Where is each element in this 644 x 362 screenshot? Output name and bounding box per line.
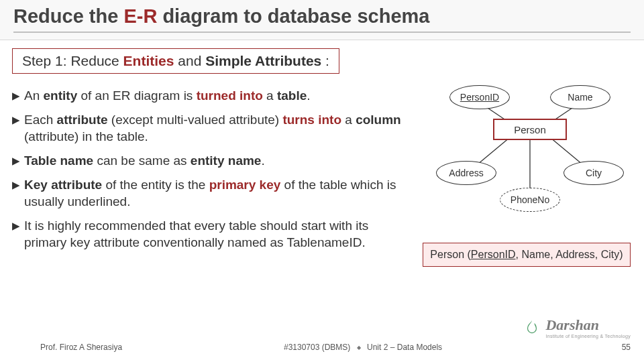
er-diagram: PersonID Name Person Address City PhoneN… xyxy=(429,77,631,231)
bullet-arrow-icon: ▶ xyxy=(12,219,20,251)
institute-logo: Darshan Institute of Engineering & Techn… xyxy=(523,316,631,339)
schema-pk: PersonID xyxy=(471,249,516,260)
step-suffix: : xyxy=(321,53,329,68)
bullet-item: ▶ Table name can be same as entity name. xyxy=(12,152,401,170)
bullet-item: ▶ Key attribute of the entity is the pri… xyxy=(12,176,401,210)
title-divider xyxy=(0,40,644,40)
er-entity-person: Person xyxy=(493,119,567,140)
step-prefix: Step 1: Reduce xyxy=(22,53,123,68)
step-word1: Entities xyxy=(123,53,174,68)
schema-table: Person xyxy=(430,249,464,260)
er-attr-phoneno: PhoneNo xyxy=(500,188,560,212)
diamond-separator-icon xyxy=(353,343,365,352)
footer-center: #3130703 (DBMS) Unit 2 – Data Models xyxy=(122,343,604,352)
er-attr-city: City xyxy=(564,161,624,185)
bullet-arrow-icon: ▶ xyxy=(12,89,20,105)
bullet-item: ▶ Each attribute (except multi-valued at… xyxy=(12,111,401,145)
step-heading-box: Step 1: Reduce Entities and Simple Attri… xyxy=(12,48,339,74)
bullet-list: ▶ An entity of an ER diagram is turned i… xyxy=(12,87,401,258)
title-post: diagram to database schema xyxy=(157,5,429,27)
bullet-arrow-icon: ▶ xyxy=(12,154,20,170)
schema-box: Person (PersonID, Name, Address, City) xyxy=(423,243,631,267)
bullet-item: ▶ It is highly recommended that every ta… xyxy=(12,217,401,251)
bullet-text: Key attribute of the entity is the prima… xyxy=(24,176,401,210)
bullet-item: ▶ An entity of an ER diagram is turned i… xyxy=(12,87,401,105)
title-accent: E-R xyxy=(123,5,157,27)
footer-unit: Unit 2 – Data Models xyxy=(367,343,442,352)
er-attr-personid: PersonID xyxy=(449,85,510,109)
schema-col: City xyxy=(601,249,620,260)
er-attr-address: Address xyxy=(436,161,496,185)
page-title: Reduce the E-R diagram to database schem… xyxy=(13,5,631,33)
bullet-text: Each attribute (except multi-valued attr… xyxy=(24,111,401,145)
footer-page: 55 xyxy=(604,343,631,352)
bullet-arrow-icon: ▶ xyxy=(12,113,20,145)
footer-code: #3130703 (DBMS) xyxy=(284,343,350,352)
slide-footer: Prof. Firoz A Sherasiya #3130703 (DBMS) … xyxy=(40,343,631,352)
logo-text: Darshan xyxy=(545,316,598,333)
bullet-text: It is highly recommended that every tabl… xyxy=(24,217,401,251)
bullet-arrow-icon: ▶ xyxy=(12,178,20,210)
logo-subtext: Institute of Engineering & Technology xyxy=(545,334,631,339)
er-attr-name: Name xyxy=(550,85,610,109)
footer-author: Prof. Firoz A Sherasiya xyxy=(40,343,122,352)
step-word2: Simple Attributes xyxy=(205,53,321,68)
step-mid: and xyxy=(174,53,205,68)
flame-icon xyxy=(523,318,541,337)
schema-col: Name xyxy=(521,249,550,260)
title-pre: Reduce the xyxy=(13,5,123,27)
bullet-text: Table name can be same as entity name. xyxy=(24,152,265,170)
schema-col: Address xyxy=(555,249,595,260)
bullet-text: An entity of an ER diagram is turned int… xyxy=(24,87,311,105)
